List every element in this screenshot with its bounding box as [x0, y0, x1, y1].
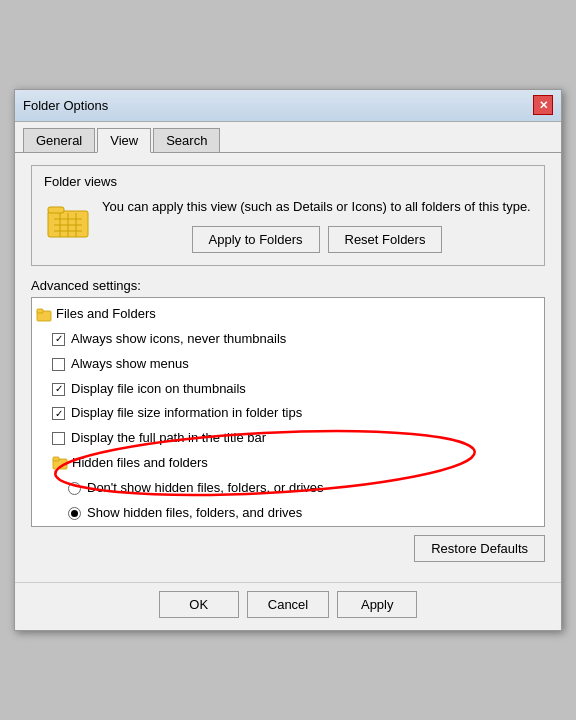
- dont-show-hidden-label: Don't show hidden files, folders, or dri…: [87, 478, 324, 499]
- always-show-menus-label: Always show menus: [71, 354, 189, 375]
- display-file-size-label: Display file size information in folder …: [71, 403, 302, 424]
- show-hidden-label: Show hidden files, folders, and drives: [87, 503, 302, 524]
- checkbox-display-full-path[interactable]: [52, 432, 65, 445]
- radio-dont-show-hidden[interactable]: [68, 482, 81, 495]
- radio-show-hidden[interactable]: [68, 507, 81, 520]
- ok-button[interactable]: OK: [159, 591, 239, 618]
- reset-folders-button[interactable]: Reset Folders: [328, 226, 443, 253]
- folder-views-description: You can apply this view (such as Details…: [102, 197, 532, 217]
- display-full-path-label: Display the full path in the title bar: [71, 428, 266, 449]
- svg-rect-9: [37, 309, 43, 313]
- apply-to-folders-button[interactable]: Apply to Folders: [192, 226, 320, 253]
- list-item-display-file-size: Display file size information in folder …: [32, 401, 544, 426]
- tab-view[interactable]: View: [97, 128, 151, 153]
- tab-general[interactable]: General: [23, 128, 95, 152]
- restore-row: Restore Defaults: [31, 535, 545, 562]
- list-item-dont-show-hidden: Don't show hidden files, folders, or dri…: [32, 476, 544, 501]
- bottom-buttons: OK Cancel Apply: [15, 582, 561, 630]
- list-item-hidden-files-category: Hidden files and folders: [32, 451, 544, 476]
- advanced-label: Advanced settings:: [31, 278, 545, 293]
- list-item-always-show-icons: Always show icons, never thumbnails: [32, 327, 544, 352]
- folder-icon: [44, 197, 92, 245]
- list-item-hide-empty-drives: Hide empty drives: [32, 525, 544, 527]
- close-button[interactable]: ✕: [533, 95, 553, 115]
- restore-defaults-button[interactable]: Restore Defaults: [414, 535, 545, 562]
- checkbox-display-file-size[interactable]: [52, 407, 65, 420]
- main-content: Folder views: [15, 153, 561, 583]
- folder-views-title: Folder views: [44, 174, 532, 189]
- checkbox-always-show-icons[interactable]: [52, 333, 65, 346]
- apply-button[interactable]: Apply: [337, 591, 417, 618]
- files-folders-label: Files and Folders: [56, 304, 156, 325]
- hidden-files-label: Hidden files and folders: [72, 453, 208, 474]
- always-show-icons-label: Always show icons, never thumbnails: [71, 329, 286, 350]
- svg-rect-1: [48, 207, 64, 213]
- tab-search[interactable]: Search: [153, 128, 220, 152]
- folder-views-right: You can apply this view (such as Details…: [102, 197, 532, 254]
- tab-bar: General View Search: [15, 122, 561, 153]
- cancel-button[interactable]: Cancel: [247, 591, 329, 618]
- folder-views-section: Folder views: [31, 165, 545, 267]
- folder-views-inner: You can apply this view (such as Details…: [44, 197, 532, 254]
- list-item-display-file-icon: Display file icon on thumbnails: [32, 377, 544, 402]
- list-item-always-show-menus: Always show menus: [32, 352, 544, 377]
- settings-list-container[interactable]: Files and Folders Always show icons, nev…: [31, 297, 545, 527]
- dialog-title: Folder Options: [23, 98, 108, 113]
- advanced-section: Advanced settings: Files and F: [31, 278, 545, 562]
- title-bar: Folder Options ✕: [15, 90, 561, 122]
- folder-views-buttons: Apply to Folders Reset Folders: [102, 226, 532, 253]
- checkbox-always-show-menus[interactable]: [52, 358, 65, 371]
- list-item-show-hidden: Show hidden files, folders, and drives: [32, 501, 544, 526]
- files-folders-icon: [36, 307, 52, 323]
- display-file-icon-label: Display file icon on thumbnails: [71, 379, 246, 400]
- hidden-files-icon: [52, 455, 68, 471]
- list-item-display-full-path: Display the full path in the title bar: [32, 426, 544, 451]
- svg-rect-11: [53, 457, 59, 461]
- folder-options-dialog: Folder Options ✕ General View Search Fol…: [14, 89, 562, 632]
- list-item-files-folders-category: Files and Folders: [32, 302, 544, 327]
- settings-wrapper: Files and Folders Always show icons, nev…: [31, 297, 545, 527]
- settings-list: Files and Folders Always show icons, nev…: [32, 298, 544, 527]
- checkbox-display-file-icon[interactable]: [52, 383, 65, 396]
